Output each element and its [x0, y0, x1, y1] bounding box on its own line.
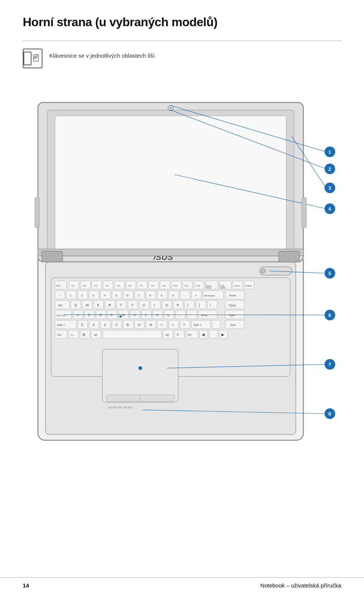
- svg-text:H: H: [133, 313, 136, 317]
- svg-rect-222: [35, 197, 39, 228]
- svg-text:Insert: Insert: [234, 285, 240, 287]
- svg-text:F9: F9: [163, 285, 166, 287]
- svg-text:Ctrl: Ctrl: [187, 334, 191, 336]
- svg-rect-109: [185, 301, 195, 309]
- svg-text:B: B: [127, 323, 129, 327]
- svg-text:R: R: [108, 303, 111, 307]
- svg-text:]: ]: [199, 303, 200, 307]
- svg-text:F12: F12: [196, 285, 200, 287]
- svg-text:S: S: [88, 313, 90, 317]
- svg-text:O: O: [165, 303, 168, 307]
- svg-text:Q: Q: [74, 303, 77, 307]
- section-divider: [23, 41, 341, 41]
- svg-text:Break: Break: [206, 287, 212, 289]
- svg-text:>: >: [172, 323, 174, 327]
- svg-rect-17: [279, 251, 300, 262]
- svg-text:6: 6: [127, 294, 129, 297]
- svg-text:P: P: [177, 303, 179, 307]
- svg-text:◀: ◀: [202, 332, 205, 337]
- svg-text:5: 5: [115, 294, 117, 297]
- svg-text:-: -: [184, 294, 185, 297]
- svg-text:F3: F3: [94, 285, 97, 287]
- laptop-illustration: /SUS ESC F1 F2 F3: [27, 91, 337, 463]
- svg-text:X: X: [93, 323, 95, 327]
- svg-text:G: G: [122, 313, 125, 317]
- svg-text:Enter: Enter: [202, 314, 208, 317]
- svg-text:F11: F11: [185, 285, 189, 287]
- svg-text:K: K: [156, 313, 158, 317]
- svg-rect-184: [174, 330, 184, 339]
- svg-text:Y: Y: [131, 303, 133, 307]
- svg-rect-16: [42, 251, 63, 262]
- note-box: Klávesnice se v jednotlivých oblastech l…: [23, 49, 341, 76]
- svg-text:8: 8: [149, 294, 151, 297]
- note-text: Klávesnice se v jednotlivých oblastech l…: [49, 49, 156, 60]
- svg-text:Home: Home: [229, 294, 236, 297]
- svg-text:~: ~: [58, 294, 60, 297]
- svg-text:J: J: [145, 313, 147, 317]
- page-container: Horní strana (u vybraných modelů) Kláves…: [0, 0, 364, 600]
- svg-text:SysRq: SysRq: [220, 287, 226, 289]
- svg-text:F6: F6: [129, 285, 132, 287]
- svg-text:PgDn: PgDn: [229, 314, 236, 317]
- svg-text:Delete: Delete: [245, 285, 252, 287]
- svg-text:F10: F10: [173, 285, 177, 287]
- notepad-pencil-icon: [31, 50, 42, 67]
- page-title: Horní strana (u vybraných modelů): [23, 15, 341, 29]
- svg-text:PgUp: PgUp: [229, 304, 236, 307]
- svg-rect-181: [103, 330, 162, 339]
- svg-text:F2: F2: [83, 285, 86, 287]
- svg-text:Ctrl: Ctrl: [57, 334, 61, 336]
- svg-text:F5: F5: [117, 285, 120, 287]
- svg-text:C: C: [104, 323, 107, 327]
- svg-rect-223: [302, 197, 306, 228]
- laptop-diagram: /SUS ESC F1 F2 F3: [27, 91, 337, 465]
- footer-page-number: 14: [23, 582, 29, 589]
- svg-text:4: 4: [104, 294, 106, 297]
- svg-point-194: [138, 366, 142, 370]
- svg-text:Alt: Alt: [166, 334, 169, 336]
- note-icon: [23, 49, 42, 68]
- svg-rect-11: [55, 116, 286, 250]
- svg-text:M: M: [149, 323, 152, 327]
- svg-point-13: [169, 107, 172, 109]
- svg-text:F1: F1: [72, 285, 75, 287]
- svg-text:U: U: [143, 303, 145, 307]
- svg-text:Z: Z: [81, 323, 83, 327]
- svg-text:ESC: ESC: [56, 285, 61, 287]
- svg-text:7: 7: [138, 294, 140, 297]
- svg-rect-190: [209, 330, 218, 339]
- svg-point-129: [119, 315, 122, 318]
- svg-text:V: V: [115, 323, 118, 327]
- svg-text:?: ?: [183, 323, 185, 327]
- svg-text:F4: F4: [106, 285, 109, 287]
- svg-text:A: A: [77, 313, 79, 317]
- svg-text:6: 6: [328, 312, 331, 318]
- svg-rect-103: [151, 301, 160, 309]
- svg-text:Fn: Fn: [71, 334, 74, 336]
- svg-text:2: 2: [81, 294, 83, 297]
- svg-text:E: E: [97, 303, 99, 307]
- svg-text:<: <: [160, 323, 162, 327]
- svg-text:3: 3: [328, 185, 331, 191]
- svg-text:⊕Ω ⊕Ω ⊕Ω ⊕Ω ⊕Ω: ⊕Ω ⊕Ω ⊕Ω ⊕Ω ⊕Ω: [108, 406, 132, 409]
- svg-text:W: W: [86, 303, 89, 307]
- svg-text:7: 7: [328, 362, 331, 367]
- svg-text:▶: ▶: [221, 332, 224, 337]
- svg-rect-113: [207, 301, 217, 309]
- svg-text:End: End: [231, 324, 235, 326]
- svg-text:9: 9: [161, 294, 163, 297]
- svg-rect-79: [180, 291, 190, 299]
- svg-text:I: I: [154, 303, 155, 307]
- svg-text:Alt: Alt: [94, 334, 97, 336]
- svg-text:F: F: [111, 313, 113, 317]
- svg-text:1: 1: [328, 149, 331, 155]
- svg-text:≡: ≡: [177, 332, 179, 337]
- svg-marker-5: [33, 57, 35, 59]
- svg-text:Shift ⇧: Shift ⇧: [193, 324, 202, 326]
- svg-rect-193: [102, 349, 178, 402]
- svg-text:N: N: [138, 323, 141, 327]
- svg-text:0: 0: [172, 294, 174, 297]
- svg-text:Shift ⇧: Shift ⇧: [57, 324, 65, 326]
- svg-text:8: 8: [328, 411, 331, 417]
